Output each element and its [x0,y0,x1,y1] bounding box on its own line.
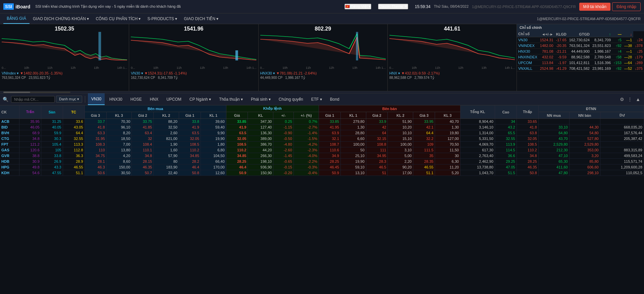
th-b3p[interactable]: Giá 3 [85,112,106,119]
language-button[interactable]: 🇻🇳 Tiếng Việt ▾ [344,4,372,9]
nav-bang-gia[interactable]: BẢNG GIÁ [3,13,30,24]
th-cao[interactable]: Cao [495,105,517,119]
tab-cp-nganh[interactable]: CP Ngành ▾ [186,93,214,105]
idx-name[interactable]: HNXINDEX [517,54,539,60]
table-row[interactable]: GVR 38.8 33.8 36.3 34.75 4,20 34.8 57,90… [0,153,644,159]
th-thap[interactable]: Thấp [517,105,538,119]
col-s3k: 6,30 [435,159,461,164]
tab-vn30[interactable]: VN30 [88,93,105,105]
col-ck[interactable]: KDH [0,170,19,176]
th-b3k[interactable]: KL 3 [106,112,132,119]
hnx-chart[interactable]: 441.61 0...10h11h12h13h14h 1... HNX ▾ ▼4… [388,24,517,91]
th-s1k[interactable]: KL 1 [340,112,366,119]
th-kk[interactable]: KL [248,112,273,119]
login-button[interactable]: Đăng nhập [612,2,641,11]
table-row[interactable]: HDB 30.9 26.9 28.9 28.1 8,60 28.15 80 28… [0,159,644,164]
col-san: 59.9 [41,130,63,136]
th-tc[interactable]: TC [63,105,85,119]
col-kdp: -1.5% [293,136,319,142]
col-ck[interactable]: ACB [0,119,19,125]
col-ck[interactable]: GVR [0,153,19,159]
table-row[interactable]: GAS 120.6 105 112.8 110 13,80 110.1 1,60… [0,147,644,153]
tab-chung-quyen[interactable]: Chứng quyền [275,93,307,105]
th-nnm[interactable]: NN mua [538,112,569,119]
th-s2p[interactable]: Giá 2 [366,112,388,119]
col-ck[interactable]: HDB [0,159,19,164]
stock-table-container[interactable]: CK Trần Sàn TC Bên mua Khớp lệnh Bên bán… [0,105,644,279]
vnindex-chart[interactable]: 1502.35 0...10h11h12h13h14h 1... VNIndex… [0,24,129,91]
col-nnb: 3,20 [569,153,600,159]
col-b2k: 2,60 [154,130,179,136]
col-ck[interactable]: BID [0,125,19,130]
open-account-button[interactable]: Mở tài khoản [579,3,610,11]
nav-user-info: 1@MERCURY-02-PRICE-STREAM-APP-6D58D64577… [537,17,641,21]
th-b1p[interactable]: Giá 1 [179,112,201,119]
search-icon: 🔍 [3,97,8,102]
expand-icon[interactable]: ▲ [635,96,641,103]
th-tran[interactable]: Trần [19,105,41,119]
tab-bond[interactable]: Bond [327,93,343,105]
th-s2k[interactable]: KL 2 [388,112,413,119]
idx-name[interactable]: HNX30 [517,49,539,54]
col-tc: 28.9 [63,159,85,164]
th-b1k[interactable]: KL 1 [201,112,226,119]
table-row[interactable]: CTG 34.8 30.3 32.55 31.95 18,50 32 821,0… [0,136,644,142]
col-kk: 44,20 [248,147,273,153]
tab-hose[interactable]: HOSE [127,93,145,105]
search-input[interactable] [11,96,55,103]
idx-name[interactable]: VNINDEX [517,43,539,49]
vnindex-label: VNIndex ▾ ▼1482.00(-20.35 -1.35%) 763,56… [2,71,127,80]
table-row[interactable]: FPT 121.2 105.4 113.3 108.3 7,00 108.4 1… [0,142,644,147]
tab-upcom[interactable]: UPCOM [163,93,185,105]
idx-vol: 162,730,624 [568,37,591,43]
th-nnb[interactable]: NN bán [569,112,600,119]
th-du[interactable]: Dư [600,112,644,119]
tab-thoa-thuan[interactable]: Thỏa thuận ▾ [216,93,246,105]
tab-hnx[interactable]: HNX [147,93,162,105]
th-ck[interactable]: CK [0,105,19,119]
th-s3p[interactable]: Giá 3 [413,112,435,119]
table-row[interactable]: KDH 54.6 47.55 51.1 50.6 30,50 50.7 22,4… [0,170,644,176]
nav-giao-dich-tien[interactable]: GIAO DỊCH TIỀN ▾ [180,13,222,24]
col-ck[interactable]: FPT [0,142,19,147]
table-row[interactable]: BID 46.05 40.05 43.05 41.8 96,10 41.85 3… [0,125,644,130]
idx-name[interactable]: VN30 [517,37,539,43]
col-ck[interactable]: CTG [0,136,19,142]
vn30-chart[interactable]: 1541.96 0...10h11h12h13h14h 1... VN30 ▾ … [129,24,258,91]
col-ck[interactable]: HPG [0,164,19,170]
th-kd[interactable]: +/- [273,112,294,119]
tab-hnx30[interactable]: HNX30 [106,93,126,105]
nav-cong-cu[interactable]: CÔNG CỤ PHÂN TÍCH ▾ [92,13,144,24]
tab-phai-sinh[interactable]: Phái sinh ▾ [248,93,274,105]
th-san[interactable]: Sàn [41,105,63,119]
table-row[interactable]: HPG 49.8 43.3 46.55 46.3 150,00 46.35 18… [0,164,644,170]
idx-name[interactable]: VNXALL [517,66,539,71]
th-b2p[interactable]: Giá 2 [132,112,154,119]
idx-name[interactable]: UPCOM [517,60,539,66]
col-tkl: 3,146,10 [460,125,495,130]
th-s1p[interactable]: Giá 1 [319,112,340,119]
nav-giao-dich-ck[interactable]: GIAO DỊCH CHỨNG KHOÁN ▾ [30,13,92,24]
table-row[interactable]: ACB 35.95 31.25 33.6 33.7 70,30 33.75 88… [0,119,644,125]
hnx30-chart[interactable]: 802.29 0...10h11h12h13h14h 1... HNX30 ▾ … [259,24,388,91]
table-row[interactable]: BVH 68.9 59.9 64.4 63.3 8,20 63.4 2,60 6… [0,130,644,136]
col-kd: -4.80 [273,142,294,147]
theme-button[interactable]: Classic Theme ☀ [378,4,408,9]
th-kp[interactable]: Giá [226,112,248,119]
col-ck[interactable]: BVH [0,130,19,136]
danh-muc-button[interactable]: Danh mục ▾ [56,96,82,103]
col-b2p: 63.4 [132,130,154,136]
settings-icon[interactable]: ⚙ [619,96,625,103]
col-kd: -0.20 [273,170,294,176]
th-s3k[interactable]: KL 3 [435,112,461,119]
th-kdp[interactable]: +/- (%) [293,112,319,119]
th-tong-kl[interactable]: Tổng KL [460,105,495,119]
col-s1k: 1,30 [340,125,366,130]
th-b2k[interactable]: KL 2 [154,112,179,119]
more-icon[interactable]: ⋮ [627,96,633,103]
tab-etf[interactable]: ETF ▾ [308,93,325,105]
col-ck[interactable]: GAS [0,147,19,153]
nav-s-products[interactable]: S-PRODUCTS ▾ [144,13,181,24]
col-tran: 30.9 [19,159,41,164]
col-san: 26.9 [41,159,63,164]
